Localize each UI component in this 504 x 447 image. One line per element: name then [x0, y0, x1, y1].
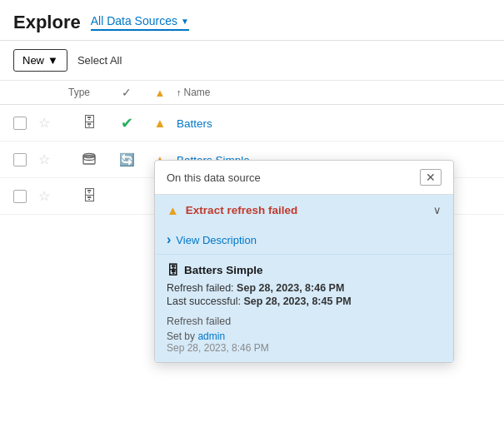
row2-checkbox[interactable]: [13, 153, 27, 166]
row1-favorite-icon[interactable]: ☆: [38, 116, 50, 130]
header-name-col: ↑ Name: [177, 87, 491, 98]
name-column-header: ↑ Name: [177, 87, 491, 98]
row2-favorite-icon[interactable]: ☆: [38, 152, 50, 166]
popup-section-title-label: Extract refresh failed: [186, 204, 297, 216]
row1-check-col: [13, 117, 38, 130]
header-status-col: ✓: [110, 86, 143, 99]
row3-star-col: ☆: [38, 188, 68, 204]
row1-alert-icon: ▲: [154, 116, 167, 130]
row1-status-icon: ✔: [121, 115, 133, 132]
page-title: Explore: [13, 12, 81, 33]
row3-favorite-icon[interactable]: ☆: [38, 189, 50, 203]
row2-type-icon: [81, 155, 97, 169]
popup-set-by-user[interactable]: admin: [197, 330, 225, 342]
row3-type-icon: 🗄: [82, 188, 97, 204]
row1-alert-col: ▲: [143, 116, 177, 130]
datasource-label: All Data Sources: [91, 14, 177, 27]
row2-star-col: ☆: [38, 151, 68, 167]
popup-section: ▲ Extract refresh failed ∨ › View Descri…: [155, 195, 453, 362]
toolbar: New ▼ Select All: [0, 41, 504, 81]
row2-check-col: [13, 153, 38, 166]
popup-section-header[interactable]: ▲ Extract refresh failed ∨: [155, 195, 453, 226]
row1-name[interactable]: Batters: [177, 117, 212, 130]
popup-last-successful-value: Sep 28, 2023, 8:45 PM: [243, 296, 351, 307]
header-alert-col: ▲: [143, 86, 177, 99]
expand-icon: ∨: [433, 204, 442, 216]
table-container: Type ✓ ▲ ↑ Name ☆ 🗄 ✔ ▲: [0, 81, 504, 215]
type-column-header: Type: [68, 87, 110, 98]
chevron-down-icon: ▼: [181, 17, 189, 26]
popup-last-successful-row: Last successful: Sep 28, 2023, 8:45 PM: [167, 296, 442, 307]
row2-type-col: [68, 150, 110, 170]
view-description-label: View Description: [176, 234, 257, 246]
popup-panel: On this data source ✕ ▲ Extract refresh …: [154, 160, 454, 363]
popup-refresh-failed-value: Sep 28, 2023, 8:46 PM: [237, 282, 344, 294]
item-type-icon: 🗄: [167, 263, 179, 277]
popup-set-by-label: Set by: [167, 330, 195, 342]
popup-refresh-failed-label: Refresh failed:: [167, 282, 234, 294]
popup-header: On this data source ✕: [155, 161, 453, 195]
popup-content: 🗄 Batters Simple Refresh failed: Sep 28,…: [155, 255, 453, 362]
row1-status-col: ✔: [110, 114, 143, 132]
popup-item-name: Batters Simple: [184, 264, 263, 276]
row1-type-icon: 🗄: [82, 115, 97, 131]
popup-status-label: Refresh failed: [167, 315, 231, 327]
popup-last-successful-label: Last successful:: [167, 296, 241, 307]
row3-type-col: 🗄: [68, 188, 110, 205]
row1-name-col: Batters: [177, 117, 491, 130]
row1-checkbox[interactable]: [13, 117, 27, 130]
row1-star-col: ☆: [38, 115, 68, 131]
row2-status-col: 🔄: [110, 152, 143, 167]
alert-header-icon: ▲: [155, 87, 166, 99]
popup-section-title: ▲ Extract refresh failed: [167, 203, 297, 217]
new-chevron-icon: ▼: [47, 54, 58, 67]
status-check-header: ✓: [122, 86, 132, 99]
popup-status-text: Refresh failed: [167, 315, 442, 327]
popup-refresh-failed-row: Refresh failed: Sep 28, 2023, 8:46 PM: [167, 282, 442, 294]
popup-set-by-timestamp: Sep 28, 2023, 8:46 PM: [167, 342, 442, 354]
datasource-dropdown[interactable]: All Data Sources ▼: [91, 14, 189, 31]
page-header: Explore All Data Sources ▼: [0, 0, 504, 41]
sort-arrow-icon: ↑: [177, 87, 182, 97]
refresh-failed-icon: ▲: [167, 203, 179, 217]
popup-close-button[interactable]: ✕: [420, 169, 442, 186]
popup-view-description[interactable]: › View Description: [155, 226, 453, 255]
row1-type-col: 🗄: [68, 115, 110, 132]
view-desc-chevron-icon: ›: [167, 232, 171, 247]
popup-set-by: Set by admin: [167, 330, 442, 342]
new-button-label: New: [22, 54, 44, 67]
table-row: ☆ 🗄 ✔ ▲ Batters: [0, 105, 504, 142]
table-header: Type ✓ ▲ ↑ Name: [0, 81, 504, 105]
popup-item-title: 🗄 Batters Simple: [167, 263, 442, 277]
new-button[interactable]: New ▼: [13, 49, 67, 72]
popup-header-label: On this data source: [167, 171, 261, 184]
row2-refresh-icon[interactable]: 🔄: [119, 152, 135, 166]
row3-check-col: [13, 190, 38, 203]
row3-checkbox[interactable]: [13, 190, 27, 203]
header-type-col: Type: [68, 87, 110, 98]
select-all-button[interactable]: Select All: [77, 54, 122, 67]
